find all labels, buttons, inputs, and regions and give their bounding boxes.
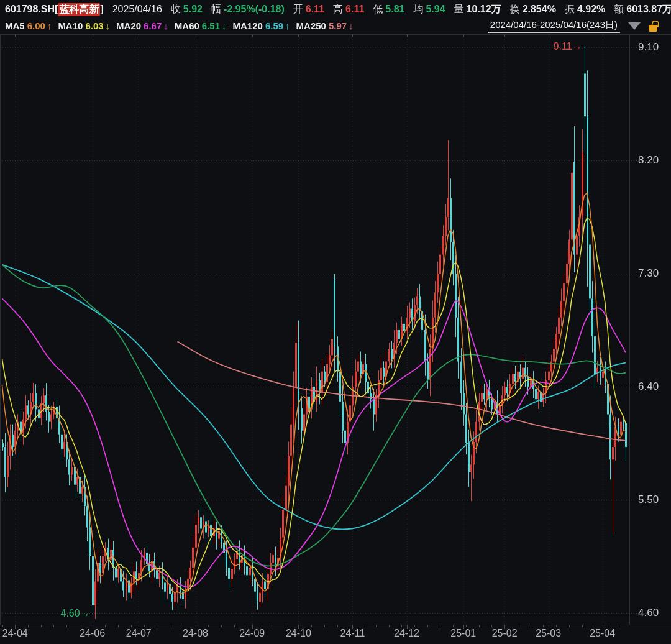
quote-field-振: 振4.92% [565, 4, 605, 14]
bracket-close: ] [100, 4, 103, 15]
quote-field-幅: 幅-2.95%(-0.18) [211, 4, 285, 14]
quote-field-量: 量10.12万 [454, 4, 501, 14]
x-axis-label-25-01: 25-01 [450, 628, 476, 639]
quote-field-开: 开6.11 [293, 4, 324, 14]
quote-field-换: 换2.854% [510, 4, 556, 14]
stock-name-badge: 蓝科高新 [58, 3, 100, 16]
x-axis-label-25-04: 25-04 [590, 628, 615, 639]
range-control: 2024/04/16-2025/04/16(243日) [488, 19, 657, 33]
x-axis-label-24-04: 24-04 [2, 628, 28, 639]
ma-legend-ma20: MA206.67↓ [116, 21, 168, 31]
x-axis-label-24-07: 24-07 [126, 628, 152, 639]
kline-canvas[interactable] [0, 0, 671, 644]
ma-legend-ma10: MA106.03↓ [58, 21, 110, 31]
quote-field-收: 收5.92 [171, 4, 203, 14]
trade-date: 2025/04/16 [112, 4, 162, 15]
y-axis-label-7.30: 7.30 [638, 267, 659, 280]
unlock-icon[interactable] [649, 25, 657, 32]
ma-legend-ma250: MA2505.97↓ [296, 21, 354, 31]
x-axis-label-24-10: 24-10 [286, 628, 311, 639]
y-axis-label-9.10: 9.10 [638, 41, 659, 53]
quote-field-额: 额6013.87万 [614, 4, 671, 14]
x-axis-label-24-08: 24-08 [183, 628, 208, 639]
stock-chart-window: 601798.SH[蓝科高新] 2025/04/16 收5.92幅-2.95%(… [0, 0, 671, 644]
ma-legend-ma5: MA56.00↑ [5, 21, 52, 31]
x-axis-label-25-03: 25-03 [536, 628, 561, 639]
y-axis-label-6.40: 6.40 [638, 380, 659, 393]
y-axis-label-5.50: 5.50 [638, 494, 659, 506]
quote-field-低: 低5.81 [373, 4, 404, 14]
y-axis-label-8.20: 8.20 [638, 154, 659, 167]
x-axis-label-24-11: 24-11 [340, 628, 365, 639]
ma-legend-ma120: MA1206.59↑ [233, 21, 290, 31]
chevron-down-icon[interactable] [628, 22, 641, 30]
ma-legend-ma60: MA606.51↓ [175, 21, 227, 31]
quote-field-高: 高6.11 [333, 4, 364, 14]
ma-items: MA56.00↑MA106.03↓MA206.67↓MA606.51↓MA120… [5, 21, 360, 31]
ma-legend-bar: MA56.00↑MA106.03↓MA206.67↓MA606.51↓MA120… [5, 19, 360, 32]
x-axis-label-24-06: 24-06 [80, 628, 105, 639]
x-axis-label-24-12: 24-12 [394, 628, 419, 639]
x-axis-label-25-02: 25-02 [492, 628, 518, 639]
quote-field-均: 均5.94 [413, 4, 445, 14]
x-axis-label-24-09: 24-09 [239, 628, 265, 639]
y-axis-label-4.60: 4.60 [638, 607, 659, 619]
quote-fields: 收5.92幅-2.95%(-0.18)开6.11高6.11低5.81均5.94量… [162, 3, 671, 16]
date-range-selector[interactable]: 2024/04/16-2025/04/16(243日) [488, 19, 620, 33]
header-bar: 601798.SH[蓝科高新] 2025/04/16 收5.92幅-2.95%(… [5, 2, 671, 16]
stock-code: 601798.SH [5, 4, 55, 15]
